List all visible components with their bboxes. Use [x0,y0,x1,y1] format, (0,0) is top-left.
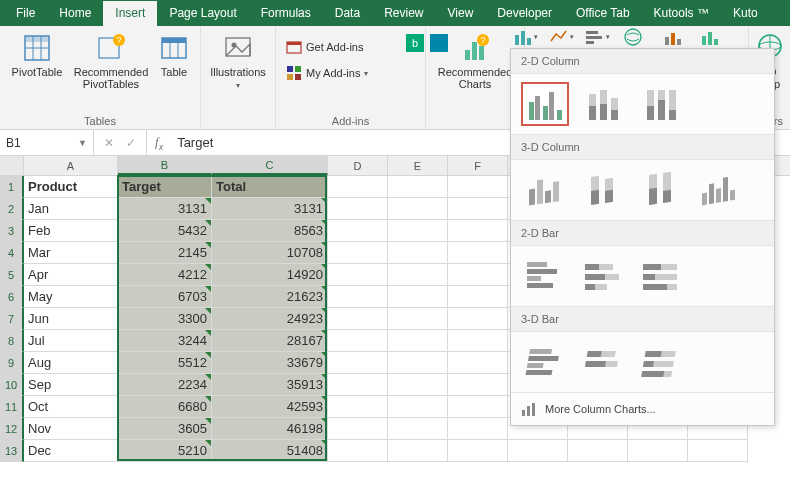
tab-file[interactable]: File [4,1,47,26]
row-header-7[interactable]: 7 [0,308,24,330]
stacked100-column-2d[interactable] [637,82,685,126]
column-header-C[interactable]: C [212,156,328,175]
cell-B5[interactable]: 4212 [118,264,212,286]
tab-insert[interactable]: Insert [103,1,157,26]
cell-A7[interactable]: Jun [24,308,118,330]
cell-B4[interactable]: 2145 [118,242,212,264]
maps-dropdown[interactable] [620,28,648,46]
cell-F6[interactable] [448,286,508,308]
tab-data[interactable]: Data [323,1,372,26]
people-icon[interactable] [430,34,448,52]
cell-A9[interactable]: Aug [24,352,118,374]
illustrations-button[interactable]: Illustrations ▾ [207,30,269,92]
cell-D5[interactable] [328,264,388,286]
tab-view[interactable]: View [436,1,486,26]
cell-A2[interactable]: Jan [24,198,118,220]
row-header-12[interactable]: 12 [0,418,24,440]
stacked100-column-3d[interactable] [637,168,685,212]
cell-A6[interactable]: May [24,286,118,308]
column-header-E[interactable]: E [388,156,448,175]
column-header-A[interactable]: A [24,156,118,175]
cell-F10[interactable] [448,374,508,396]
cell-D10[interactable] [328,374,388,396]
clustered-bar-3d[interactable] [521,340,569,384]
cell-B8[interactable]: 3244 [118,330,212,352]
row-header-6[interactable]: 6 [0,286,24,308]
cell-E13[interactable] [388,440,448,462]
bar-chart-dropdown[interactable]: ▾ [584,28,612,46]
column-chart-dropdown[interactable]: ▾ [512,28,540,46]
cell-B2[interactable]: 3131 [118,198,212,220]
cell-A5[interactable]: Apr [24,264,118,286]
cell-C3[interactable]: 8563 [212,220,328,242]
row-header-3[interactable]: 3 [0,220,24,242]
cell-E8[interactable] [388,330,448,352]
cell-C10[interactable]: 35913 [212,374,328,396]
cell-D9[interactable] [328,352,388,374]
cell-F12[interactable] [448,418,508,440]
row-header-8[interactable]: 8 [0,330,24,352]
cell-I13[interactable] [628,440,688,462]
clustered-column-2d[interactable] [521,82,569,126]
cell-D7[interactable] [328,308,388,330]
enter-formula-icon[interactable]: ✓ [126,136,136,150]
tab-review[interactable]: Review [372,1,435,26]
cell-D1[interactable] [328,176,388,198]
column-header-D[interactable]: D [328,156,388,175]
get-addins-button[interactable]: Get Add-ins [282,36,419,58]
table-button[interactable]: Table [154,30,194,90]
cell-B1[interactable]: Target [118,176,212,198]
cell-E1[interactable] [388,176,448,198]
cell-A12[interactable]: Nov [24,418,118,440]
cell-B6[interactable]: 6703 [118,286,212,308]
clustered-column-3d[interactable] [521,168,569,212]
cell-C7[interactable]: 24923 [212,308,328,330]
cell-B13[interactable]: 5210 [118,440,212,462]
cell-F1[interactable] [448,176,508,198]
row-header-1[interactable]: 1 [0,176,24,198]
tab-office-tab[interactable]: Office Tab [564,1,642,26]
select-all-corner[interactable] [0,156,24,175]
cell-F2[interactable] [448,198,508,220]
cancel-formula-icon[interactable]: ✕ [104,136,114,150]
column-header-B[interactable]: B [118,156,212,175]
tab-home[interactable]: Home [47,1,103,26]
row-header-5[interactable]: 5 [0,264,24,286]
cell-E2[interactable] [388,198,448,220]
cell-A8[interactable]: Jul [24,330,118,352]
cell-E12[interactable] [388,418,448,440]
cell-F13[interactable] [448,440,508,462]
stacked-column-3d[interactable] [579,168,627,212]
cell-E7[interactable] [388,308,448,330]
cell-D13[interactable] [328,440,388,462]
cell-D12[interactable] [328,418,388,440]
tab-kuto[interactable]: Kuto [721,1,770,26]
cell-A3[interactable]: Feb [24,220,118,242]
cell-C6[interactable]: 21623 [212,286,328,308]
more-column-charts[interactable]: More Column Charts... [511,392,774,425]
cell-B7[interactable]: 3300 [118,308,212,330]
cell-B3[interactable]: 5432 [118,220,212,242]
tab-formulas[interactable]: Formulas [249,1,323,26]
column-header-F[interactable]: F [448,156,508,175]
cell-D4[interactable] [328,242,388,264]
clustered-bar-2d[interactable] [521,254,569,298]
pivottable-button[interactable]: PivotTable [6,30,68,90]
column-3d[interactable] [695,168,743,212]
cell-D2[interactable] [328,198,388,220]
cell-B10[interactable]: 2234 [118,374,212,396]
stacked-bar-2d[interactable] [579,254,627,298]
cell-C2[interactable]: 3131 [212,198,328,220]
cell-E5[interactable] [388,264,448,286]
bing-icon[interactable]: b [406,34,424,52]
cell-C1[interactable]: Total [212,176,328,198]
row-header-10[interactable]: 10 [0,374,24,396]
cell-C8[interactable]: 28167 [212,330,328,352]
tab-page-layout[interactable]: Page Layout [157,1,248,26]
cell-E6[interactable] [388,286,448,308]
cell-C4[interactable]: 10708 [212,242,328,264]
cell-E9[interactable] [388,352,448,374]
row-header-13[interactable]: 13 [0,440,24,462]
cell-D3[interactable] [328,220,388,242]
cell-C11[interactable]: 42593 [212,396,328,418]
